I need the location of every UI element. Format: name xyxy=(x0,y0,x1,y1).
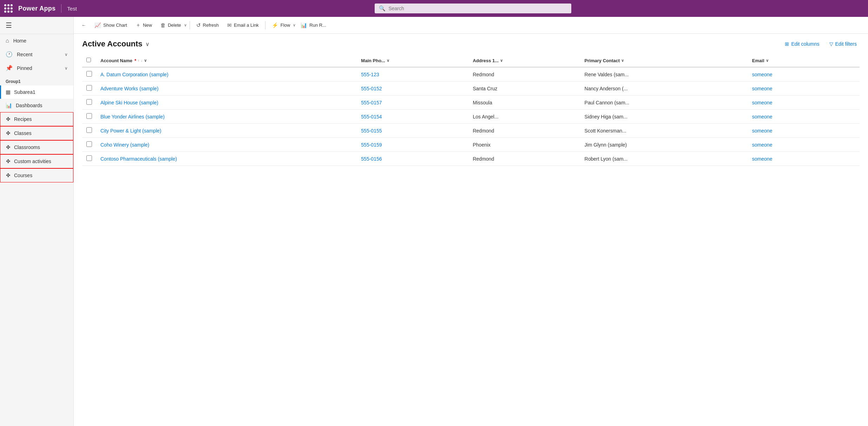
row-checkbox[interactable] xyxy=(86,99,92,105)
flow-button[interactable]: ⚡ Flow xyxy=(268,20,291,31)
page-header: Active Accounts ∨ ⊞ Edit columns ▽ Edit … xyxy=(82,39,860,49)
header-primary-contact: Primary Contact ∨ xyxy=(580,54,748,67)
sidebar-item-recipes[interactable]: ✤ Recipes xyxy=(0,112,73,126)
account-name-link[interactable]: Blue Yonder Airlines (sample) xyxy=(100,114,165,120)
row-address: Santa Cruz xyxy=(468,82,580,96)
sidebar-item-classes[interactable]: ✤ Classes xyxy=(0,126,73,140)
sidebar-group-label: Group1 xyxy=(0,75,73,85)
account-name-link[interactable]: Contoso Pharmaceuticals (sample) xyxy=(100,156,177,162)
email-link-button[interactable]: ✉ Email a Link xyxy=(224,20,262,31)
sidebar-item-dashboards[interactable]: 📊 Dashboards xyxy=(0,99,73,112)
main-layout: ☰ ⌂ Home 🕐 Recent ∨ 📌 Pinned ∨ Group1 ▦ … xyxy=(0,17,868,426)
col-filter-chevron[interactable]: ∨ xyxy=(387,58,389,63)
phone-link[interactable]: 555-0157 xyxy=(361,100,382,105)
row-phone: 555-0154 xyxy=(357,110,468,124)
new-button[interactable]: ＋ New xyxy=(132,20,156,31)
row-checkbox-cell xyxy=(82,110,96,124)
row-checkbox-cell xyxy=(82,152,96,166)
email-link[interactable]: someone xyxy=(752,114,772,120)
row-contact: Nancy Anderson (... xyxy=(580,82,748,96)
home-icon: ⌂ xyxy=(6,38,9,44)
phone-link[interactable]: 555-0154 xyxy=(361,114,382,120)
account-name-link[interactable]: Adventure Works (sample) xyxy=(100,86,158,91)
sort-asc-icon[interactable]: ↑ xyxy=(138,59,139,63)
header-account-name: Account Name * ↑ ↓ ∨ xyxy=(96,54,357,67)
col-filter-chevron[interactable]: ∨ xyxy=(144,58,147,63)
table-row: City Power & Light (sample) 555-0155 Red… xyxy=(82,124,860,138)
content-main: Active Accounts ∨ ⊞ Edit columns ▽ Edit … xyxy=(74,34,868,426)
email-icon: ✉ xyxy=(227,22,232,28)
pinned-icon: 📌 xyxy=(6,65,13,71)
sidebar-item-subarea1[interactable]: ▦ Subarea1 xyxy=(0,85,73,99)
search-input[interactable] xyxy=(388,6,567,11)
run-report-button[interactable]: 📊 Run R... xyxy=(297,20,330,31)
edit-filters-button[interactable]: ▽ Edit filters xyxy=(827,40,860,48)
row-checkbox[interactable] xyxy=(86,71,92,77)
phone-link[interactable]: 555-123 xyxy=(361,72,379,77)
sidebar-item-custom-activities[interactable]: ✤ Custom activities xyxy=(0,154,73,168)
sidebar-item-home[interactable]: ⌂ Home xyxy=(0,34,73,47)
email-link[interactable]: someone xyxy=(752,86,772,91)
accounts-table: Account Name * ↑ ↓ ∨ Main Pho... ∨ xyxy=(82,54,860,166)
row-account-name: Blue Yonder Airlines (sample) xyxy=(96,110,357,124)
sidebar-item-recipes-label: Recipes xyxy=(14,116,32,122)
header-main-phone: Main Pho... ∨ xyxy=(357,54,468,67)
select-all-checkbox[interactable] xyxy=(86,58,91,62)
email-link[interactable]: someone xyxy=(752,142,772,148)
email-link[interactable]: someone xyxy=(752,100,772,105)
col-label-account-name: Account Name xyxy=(100,58,132,63)
phone-link[interactable]: 555-0155 xyxy=(361,128,382,134)
account-name-link[interactable]: City Power & Light (sample) xyxy=(100,128,162,134)
account-name-link[interactable]: Alpine Ski House (sample) xyxy=(100,100,158,105)
back-button[interactable]: ← xyxy=(78,20,90,30)
subarea1-icon: ▦ xyxy=(6,89,11,95)
col-filter-chevron[interactable]: ∨ xyxy=(500,58,503,63)
row-checkbox[interactable] xyxy=(86,113,92,119)
show-chart-label: Show Chart xyxy=(103,22,127,28)
phone-link[interactable]: 555-0156 xyxy=(361,156,382,162)
sidebar-item-recent[interactable]: 🕐 Recent ∨ xyxy=(0,47,73,61)
page-actions: ⊞ Edit columns ▽ Edit filters xyxy=(782,40,860,48)
page-title-dropdown-icon[interactable]: ∨ xyxy=(145,41,150,47)
dashboards-icon: 📊 xyxy=(6,102,12,109)
flow-chevron-icon[interactable]: ∨ xyxy=(293,23,296,27)
row-address: Redmond xyxy=(468,124,580,138)
col-filter-chevron[interactable]: ∨ xyxy=(766,58,769,63)
col-filter-chevron[interactable]: ∨ xyxy=(621,58,624,63)
refresh-button[interactable]: ↺ Refresh xyxy=(193,20,223,31)
sidebar-item-classrooms[interactable]: ✤ Classrooms xyxy=(0,140,73,154)
row-checkbox[interactable] xyxy=(86,141,92,147)
email-link[interactable]: someone xyxy=(752,156,772,162)
recent-icon: 🕐 xyxy=(6,51,13,58)
sidebar-item-pinned-label: Pinned xyxy=(17,65,32,71)
hamburger-menu-button[interactable]: ☰ xyxy=(6,21,12,29)
app-launcher-button[interactable] xyxy=(4,4,13,13)
row-checkbox[interactable] xyxy=(86,127,92,133)
table-row: Adventure Works (sample) 555-0152 Santa … xyxy=(82,82,860,96)
page-title: Active Accounts xyxy=(82,39,143,49)
sidebar-item-pinned[interactable]: 📌 Pinned ∨ xyxy=(0,61,73,75)
row-address: Redmond xyxy=(468,67,580,82)
sidebar-item-classes-label: Classes xyxy=(14,130,32,136)
row-checkbox[interactable] xyxy=(86,155,92,161)
row-checkbox-cell xyxy=(82,138,96,152)
app-name: Power Apps xyxy=(18,5,55,12)
row-account-name: Adventure Works (sample) xyxy=(96,82,357,96)
phone-link[interactable]: 555-0159 xyxy=(361,142,382,148)
table-header-row: Account Name * ↑ ↓ ∨ Main Pho... ∨ xyxy=(82,54,860,67)
recipes-icon: ✤ xyxy=(6,116,11,122)
row-email: someone xyxy=(748,67,860,82)
email-link[interactable]: someone xyxy=(752,128,772,134)
phone-link[interactable]: 555-0152 xyxy=(361,86,382,91)
account-name-link[interactable]: Coho Winery (sample) xyxy=(100,142,149,148)
account-name-link[interactable]: A. Datum Corporation (sample) xyxy=(100,72,169,77)
delete-button[interactable]: 🗑 Delete xyxy=(157,20,183,30)
delete-chevron-icon[interactable]: ∨ xyxy=(184,23,187,27)
edit-columns-button[interactable]: ⊞ Edit columns xyxy=(782,40,822,48)
email-link[interactable]: someone xyxy=(752,72,772,77)
row-checkbox[interactable] xyxy=(86,85,92,91)
sort-desc-icon[interactable]: ↓ xyxy=(141,59,143,63)
sidebar-item-courses[interactable]: ✤ Courses xyxy=(0,168,73,182)
show-chart-button[interactable]: 📈 Show Chart xyxy=(91,20,131,31)
toolbar-separator-2 xyxy=(265,21,265,30)
